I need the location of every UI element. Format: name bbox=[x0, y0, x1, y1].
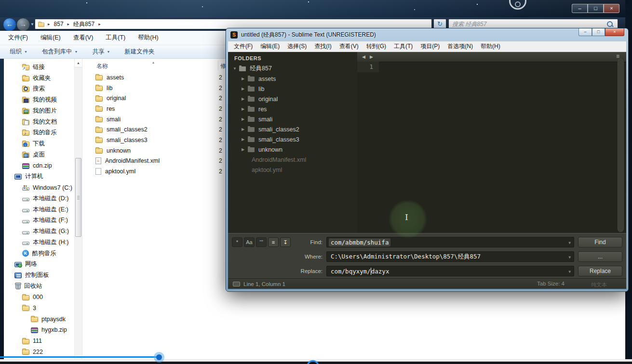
nav-item[interactable]: Windows7 (C:) bbox=[4, 182, 74, 193]
nav-item[interactable]: 我的图片 bbox=[4, 105, 74, 117]
nav-item[interactable]: hygxb.zip bbox=[4, 325, 74, 336]
nav-item[interactable]: 控制面板 bbox=[4, 270, 74, 281]
toolbar-item[interactable]: 组织▼ bbox=[10, 48, 27, 56]
chevron-down-icon[interactable]: ▼ bbox=[568, 255, 571, 260]
nav-item[interactable]: 收藏夹 bbox=[4, 73, 74, 84]
tree-folder-row[interactable]: ▶smali_classes3 bbox=[228, 134, 357, 144]
sublime-menu-item[interactable]: 工具(T) bbox=[390, 42, 417, 51]
sublime-menu-item[interactable]: 首选项(N) bbox=[444, 42, 477, 51]
tab-size-indicator[interactable]: Tab Size: 4 bbox=[537, 281, 565, 286]
triangle-right-icon[interactable]: ▶ bbox=[242, 107, 248, 111]
triangle-right-icon[interactable]: ▶ bbox=[242, 117, 248, 121]
nav-item[interactable]: 本地磁盘 (E:) bbox=[4, 204, 74, 215]
tree-folder-row[interactable]: ▶unknown bbox=[228, 144, 357, 155]
tree-file-row[interactable]: AndroidManifest.xml bbox=[228, 155, 357, 165]
toolbar-item[interactable]: 共享▼ bbox=[92, 48, 110, 56]
nav-item[interactable]: 链接 bbox=[4, 62, 74, 73]
tree-folder-row[interactable]: ▶smali bbox=[228, 114, 357, 124]
where-input[interactable]: C:\Users\Administrator\Desktop\857\经典857… bbox=[326, 251, 574, 262]
triangle-right-icon[interactable]: ▶ bbox=[242, 97, 248, 101]
triangle-down-icon[interactable]: ▼ bbox=[233, 66, 239, 71]
find-button[interactable]: Find bbox=[578, 237, 622, 247]
nav-item[interactable]: 本地磁盘 (F:) bbox=[4, 215, 74, 226]
panel-switcher-icon[interactable] bbox=[233, 282, 240, 286]
syntax-indicator[interactable]: 纯文本 bbox=[591, 281, 607, 288]
navigation-scrollbar[interactable]: ▲ bbox=[74, 59, 82, 359]
tree-folder-row[interactable]: ▶original bbox=[228, 94, 357, 104]
replace-input[interactable]: com/bqyxym/dazyx ▼ bbox=[326, 266, 574, 276]
nav-item[interactable]: 我的视频 bbox=[4, 94, 74, 105]
where-browse-button[interactable]: ... bbox=[578, 251, 622, 262]
nav-item[interactable]: 本地磁盘 (G:) bbox=[4, 226, 74, 237]
nav-item[interactable]: 网络 bbox=[4, 259, 74, 270]
breadcrumb-item[interactable]: 经典857 bbox=[72, 20, 95, 28]
tree-folder-row[interactable]: ▶lib bbox=[228, 84, 357, 94]
find-input[interactable]: com/abmbm/shuifa ▼ bbox=[326, 237, 574, 247]
back-button[interactable]: ← bbox=[3, 18, 16, 31]
nav-item[interactable]: 本地磁盘 (D:) bbox=[4, 193, 74, 204]
scrollbar-thumb[interactable] bbox=[75, 158, 81, 237]
tree-file-row[interactable]: apktool.yml bbox=[228, 165, 357, 175]
sublime-menu-item[interactable]: 查找(I) bbox=[310, 42, 335, 51]
whole-word-toggle[interactable]: “” bbox=[256, 237, 267, 247]
explorer-menu-item[interactable]: 编辑(E) bbox=[34, 34, 67, 42]
explorer-menu-item[interactable]: 文件(F) bbox=[2, 34, 34, 42]
sublime-titlebar[interactable]: S untitled (经典857) - Sublime Text (UNREG… bbox=[226, 28, 628, 41]
nav-item[interactable]: 本地磁盘 (H:) bbox=[4, 237, 74, 248]
close-button[interactable]: × bbox=[604, 4, 619, 13]
breadcrumb-item[interactable]: 857 bbox=[53, 21, 65, 27]
sublime-menu-item[interactable]: 编辑(E) bbox=[256, 42, 283, 51]
video-progress-knob[interactable] bbox=[154, 352, 164, 363]
forward-button[interactable]: → bbox=[16, 18, 30, 31]
nav-item[interactable]: ptpaysdk bbox=[4, 313, 74, 325]
nav-item[interactable]: 桌面 bbox=[4, 149, 74, 160]
nav-item[interactable]: 酷狗音乐 bbox=[4, 248, 74, 259]
editor-scrollbar[interactable] bbox=[618, 59, 624, 232]
toolbar-item[interactable]: 新建文件夹 bbox=[124, 48, 155, 56]
regex-toggle[interactable]: * bbox=[232, 237, 242, 247]
triangle-right-icon[interactable]: ▶ bbox=[242, 87, 248, 91]
triangle-right-icon[interactable]: ▶ bbox=[242, 137, 248, 142]
toolbar-item[interactable]: 包含到库中▼ bbox=[42, 48, 78, 56]
history-dropdown-icon[interactable]: ▼ bbox=[30, 22, 34, 26]
tree-folder-row[interactable]: ▶res bbox=[228, 104, 357, 114]
sublime-menu-item[interactable]: 查看(V) bbox=[336, 42, 363, 51]
triangle-right-icon[interactable]: ▶ bbox=[242, 77, 248, 81]
nav-item[interactable]: 222 bbox=[4, 347, 74, 358]
tab-scroll-right-icon[interactable]: ▶ bbox=[370, 54, 373, 59]
nav-item[interactable]: 我的文档 bbox=[4, 117, 74, 128]
minimize-button[interactable]: – bbox=[578, 28, 592, 36]
sublime-menu-item[interactable]: 选择(S) bbox=[283, 42, 310, 51]
chevron-down-icon[interactable]: ▼ bbox=[568, 241, 571, 245]
nav-item[interactable]: 3 bbox=[4, 303, 74, 314]
sublime-menu-item[interactable]: 转到(G) bbox=[363, 42, 390, 51]
nav-item[interactable]: 搜索 bbox=[4, 84, 74, 95]
nav-item[interactable]: 计算机 bbox=[4, 171, 74, 182]
scroll-up-icon[interactable]: ▲ bbox=[75, 59, 82, 67]
tree-folder-row[interactable]: ▶assets bbox=[228, 74, 357, 84]
nav-item[interactable]: 111 bbox=[4, 336, 74, 347]
chevron-down-icon[interactable]: ▼ bbox=[568, 270, 571, 274]
triangle-right-icon[interactable]: ▶ bbox=[242, 147, 248, 152]
column-header-name[interactable]: 名称 bbox=[96, 62, 108, 70]
nav-item[interactable]: 回收站 bbox=[4, 281, 74, 292]
explorer-menu-item[interactable]: 帮助(H) bbox=[132, 34, 164, 42]
column-divider[interactable] bbox=[218, 61, 218, 70]
sublime-menu-item[interactable]: 项目(P) bbox=[417, 42, 444, 51]
nav-item[interactable]: cdn.zip bbox=[4, 160, 74, 171]
minimize-button[interactable]: – bbox=[572, 4, 588, 13]
maximize-button[interactable]: □ bbox=[588, 4, 604, 13]
explorer-menu-item[interactable]: 工具(T) bbox=[99, 34, 132, 42]
tree-folder-row[interactable]: ▶smali_classes2 bbox=[228, 124, 357, 134]
use-buffer-toggle[interactable]: ↧ bbox=[280, 237, 291, 247]
nav-item[interactable]: 000 bbox=[4, 292, 74, 303]
explorer-menu-item[interactable]: 查看(V) bbox=[67, 34, 100, 42]
show-context-toggle[interactable]: ≡ bbox=[268, 237, 279, 247]
sublime-menu-item[interactable]: 帮助(H) bbox=[477, 42, 504, 51]
tab-scroll-left-icon[interactable]: ◀ bbox=[362, 54, 365, 59]
explorer-titlebar[interactable]: – □ × bbox=[0, 0, 632, 17]
nav-item[interactable]: 下载 bbox=[4, 138, 74, 149]
tree-root-folder[interactable]: ▼经典857 bbox=[228, 64, 357, 74]
nav-item[interactable]: 我的音乐 bbox=[4, 128, 74, 139]
sublime-menu-item[interactable]: 文件(F) bbox=[230, 42, 256, 51]
